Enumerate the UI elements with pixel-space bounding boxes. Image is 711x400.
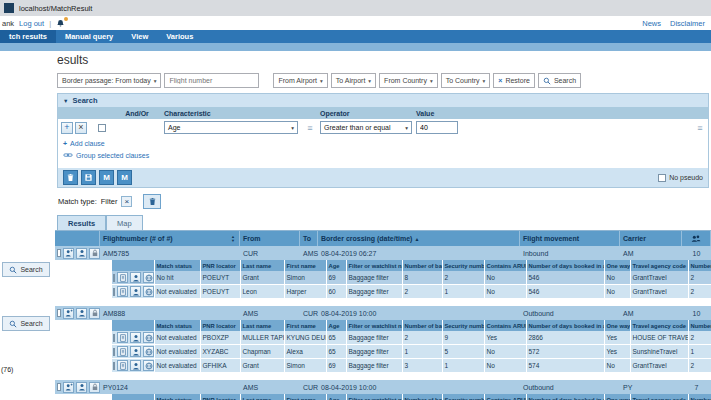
save-button[interactable]	[81, 170, 96, 185]
no-pseudo-checkbox[interactable]	[658, 174, 666, 182]
flight-number-cell: PY0124	[100, 384, 240, 391]
match-checkbox[interactable]	[113, 288, 115, 296]
search-panel-header[interactable]: ▼ Search	[58, 94, 708, 107]
flight-checkbox[interactable]	[57, 309, 61, 317]
flight-number-input[interactable]	[164, 73, 259, 88]
restore-button[interactable]: × Restore	[493, 73, 535, 88]
person-icon	[78, 309, 86, 317]
details-button[interactable]	[117, 272, 128, 283]
add-passenger-button[interactable]	[63, 248, 74, 259]
operator-select[interactable]: Greater than or equal ▾	[320, 121, 412, 134]
menu-item-various[interactable]: Various	[157, 30, 202, 43]
plus-icon: +	[63, 140, 67, 147]
passenger-list-button[interactable]	[76, 308, 87, 319]
arunk-cell: No	[484, 271, 526, 285]
value-input[interactable]	[416, 121, 458, 134]
add-clause-link[interactable]: + Add clause	[63, 140, 708, 147]
search-panel-title: Search	[72, 96, 97, 105]
globe-icon	[145, 334, 153, 342]
search-icon	[9, 266, 17, 274]
match-checkbox[interactable]	[113, 348, 115, 356]
match-all-button[interactable]: M	[117, 170, 132, 185]
from-airport-dropdown[interactable]: From Airport ▾	[273, 73, 327, 88]
menu-sub-bar	[0, 43, 711, 51]
results-tabs: Results Map	[57, 215, 711, 230]
disclaimer-link[interactable]: Disclaimer	[670, 19, 705, 28]
match-status-cell: Not evaluated	[154, 359, 200, 373]
tab-results[interactable]: Results	[57, 215, 106, 230]
sidebar-search-label: Search	[20, 320, 42, 327]
col-header: One way	[604, 260, 630, 271]
match-checkbox[interactable]	[113, 334, 115, 342]
travel-info-button[interactable]	[143, 346, 154, 357]
days-cell: 572	[526, 345, 604, 359]
sidebar-search-button-2[interactable]: Search	[2, 316, 50, 331]
menu-item-manual-query[interactable]: Manual query	[56, 30, 122, 43]
security-cell: 2	[442, 271, 484, 285]
characteristic-select[interactable]: Age ▾	[164, 121, 298, 134]
restore-label: Restore	[505, 77, 530, 84]
flight-checkbox[interactable]	[57, 383, 61, 391]
add-passenger-button[interactable]	[63, 308, 74, 319]
news-link[interactable]: News	[642, 19, 661, 28]
lock-button[interactable]	[89, 308, 100, 319]
travel-info-button[interactable]	[143, 286, 154, 297]
match-checkbox[interactable]	[113, 274, 115, 282]
address-url[interactable]: localhost/MatchResult	[19, 4, 92, 13]
group-clauses-link[interactable]: Group selected clauses	[63, 151, 708, 159]
lock-button[interactable]	[89, 382, 100, 393]
remove-match-type-button[interactable]: ×	[121, 196, 132, 207]
tab-map[interactable]: Map	[106, 215, 143, 230]
travel-info-button[interactable]	[143, 272, 154, 283]
flight-number-cell: AM5785	[100, 250, 240, 257]
notifications-bell-icon[interactable]	[56, 19, 65, 28]
col-header: Filter or watchlist name	[346, 394, 402, 400]
filter-name-cell: Baggage filter	[346, 285, 402, 299]
details-button[interactable]	[117, 332, 128, 343]
border-passage-dropdown[interactable]: Border passage: From today ▾	[57, 73, 161, 88]
passenger-button[interactable]	[130, 272, 141, 283]
details-button[interactable]	[117, 286, 128, 297]
add-passenger-button[interactable]	[63, 382, 74, 393]
filter-search-button[interactable]: Search	[538, 73, 581, 88]
passenger-button[interactable]	[130, 360, 141, 371]
details-button[interactable]	[117, 346, 128, 357]
passenger-list-button[interactable]	[76, 248, 87, 259]
person-plus-icon	[65, 249, 73, 257]
lock-button[interactable]	[89, 248, 100, 259]
match-button[interactable]: M	[99, 170, 114, 185]
passenger-button[interactable]	[130, 332, 141, 343]
drag-grip-icon[interactable]: ≡	[692, 123, 708, 133]
delete-button[interactable]	[63, 170, 78, 185]
passenger-button[interactable]	[130, 346, 141, 357]
details-button[interactable]	[117, 360, 128, 371]
sidebar-search-button-1[interactable]: Search	[2, 262, 50, 277]
days-cell: 546	[526, 271, 604, 285]
passenger-list-button[interactable]	[76, 382, 87, 393]
add-clause-icon-button[interactable]: +	[61, 122, 73, 134]
col-header: One way	[604, 394, 630, 400]
to-country-dropdown[interactable]: To Country ▾	[441, 73, 491, 88]
menu-item-match-results[interactable]: tch results	[0, 30, 56, 43]
flight-checkbox[interactable]	[57, 249, 61, 257]
travel-info-button[interactable]	[143, 332, 154, 343]
match-type-row: Match type: Filter ×	[58, 194, 711, 209]
to-airport-dropdown[interactable]: To Airport ▾	[331, 73, 376, 88]
col-header: Security number	[442, 394, 484, 400]
match-checkbox[interactable]	[113, 362, 115, 370]
remove-clause-icon-button[interactable]: ×	[75, 122, 87, 134]
lock-icon	[91, 383, 99, 391]
logout-link[interactable]: Log out	[19, 19, 44, 28]
sort-icon[interactable]: ▲▼	[231, 235, 235, 242]
travel-info-button[interactable]	[143, 360, 154, 371]
menu-item-view[interactable]: View	[122, 30, 157, 43]
passenger-button[interactable]	[130, 286, 141, 297]
from-country-dropdown[interactable]: From Country ▾	[379, 73, 438, 88]
agency-cell: GrantTravel	[630, 271, 688, 285]
drag-grip-icon[interactable]: ≡	[302, 123, 318, 133]
match-status-cell: Not evaluated	[154, 285, 200, 299]
clear-match-type-button[interactable]	[143, 194, 161, 209]
clause-checkbox[interactable]	[98, 124, 106, 132]
flight-row: AM5785 CUR AMS 08-04-2019 06:27 Inbound …	[55, 246, 711, 260]
border-crossing-header[interactable]: Border crossing (date/time) ▲	[318, 231, 520, 246]
